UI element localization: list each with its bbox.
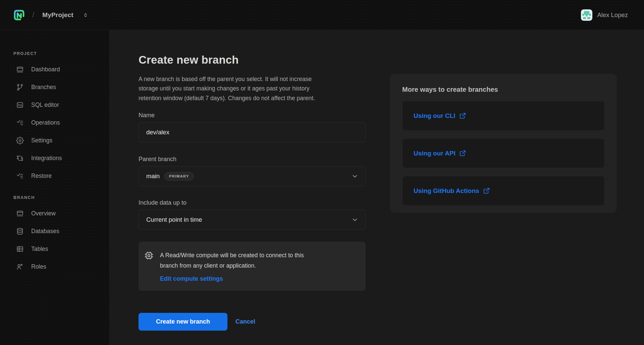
sidebar-item-settings[interactable]: Settings — [0, 132, 109, 149]
cli-card[interactable]: Using our CLI — [402, 101, 605, 131]
compute-notice: A Read/Write compute will be created to … — [139, 242, 366, 291]
cpu-icon — [144, 251, 154, 260]
name-field-label: Name — [139, 112, 366, 118]
edit-compute-settings-link[interactable]: Edit compute settings — [160, 275, 223, 282]
sidebar-section-project: PROJECT — [13, 51, 109, 56]
include-data-select[interactable]: Current point in time — [139, 210, 366, 230]
include-data-value: Current point in time — [146, 216, 202, 223]
external-link-icon — [459, 150, 466, 157]
cancel-link[interactable]: Cancel — [235, 318, 255, 325]
sidebar-item-dashboard[interactable]: Dashboard — [0, 61, 109, 78]
sidebar: PROJECT Dashboard Branches — [0, 30, 110, 345]
primary-badge: PRIMARY — [164, 172, 194, 181]
using-github-actions-link[interactable]: Using GitHub Actions — [414, 187, 490, 195]
more-ways-title: More ways to create branches — [402, 86, 605, 93]
sidebar-item-operations[interactable]: Operations — [0, 114, 109, 132]
create-branch-button[interactable]: Create new branch — [139, 313, 227, 331]
page-title: Create new branch — [139, 53, 366, 67]
sidebar-item-label: Roles — [31, 263, 46, 270]
github-actions-card[interactable]: Using GitHub Actions — [402, 176, 605, 206]
sidebar-item-databases[interactable]: Databases — [0, 222, 109, 240]
sidebar-item-label: SQL editor — [31, 101, 59, 109]
checklist-icon — [16, 172, 24, 180]
user-menu[interactable]: Alex Lopez — [581, 9, 628, 21]
sidebar-section-branch: BRANCH — [13, 195, 109, 200]
parent-branch-select[interactable]: main PRIMARY — [139, 166, 366, 186]
project-name[interactable]: MyProject — [42, 11, 73, 19]
sidebar-item-label: Dashboard — [31, 66, 60, 73]
external-link-icon — [459, 112, 466, 119]
external-link-icon — [483, 187, 490, 194]
sidebar-item-tables[interactable]: Tables — [0, 240, 109, 258]
more-ways-panel: More ways to create branches Using our C… — [390, 74, 617, 213]
sidebar-item-label: Integrations — [31, 155, 62, 162]
main-content: Create new branch A new branch is based … — [110, 30, 644, 345]
sync-icon — [16, 154, 24, 162]
chevron-down-icon — [351, 216, 359, 223]
checklist-icon — [16, 119, 24, 127]
window-icon — [16, 66, 24, 73]
sidebar-item-overview[interactable]: Overview — [0, 205, 109, 222]
include-data-label: Include data up to — [139, 200, 366, 206]
sidebar-item-label: Overview — [31, 210, 56, 217]
sidebar-item-restore[interactable]: Restore — [0, 167, 109, 185]
using-api-link[interactable]: Using our API — [414, 150, 466, 157]
terminal-icon — [16, 101, 24, 109]
sidebar-item-label: Operations — [31, 119, 60, 126]
table-icon — [16, 245, 24, 253]
users-icon — [16, 263, 24, 271]
sidebar-item-label: Settings — [31, 137, 52, 144]
neon-logo-icon[interactable] — [13, 9, 25, 21]
parent-branch-value: main — [146, 172, 160, 180]
avatar — [581, 9, 592, 21]
api-card[interactable]: Using our API — [402, 138, 605, 168]
sidebar-item-sql-editor[interactable]: SQL editor — [0, 96, 109, 114]
sidebar-item-label: Branches — [31, 84, 56, 91]
database-icon — [16, 227, 24, 235]
breadcrumb-separator: / — [32, 11, 34, 19]
window-icon — [16, 210, 24, 217]
chevron-down-icon — [351, 172, 359, 180]
topbar: / MyProject Alex Lopez — [0, 0, 644, 30]
branch-name-input[interactable] — [139, 122, 366, 142]
gear-icon — [16, 137, 24, 144]
project-switcher-chevrons-icon[interactable] — [82, 12, 89, 18]
user-name: Alex Lopez — [597, 11, 628, 19]
page-description: A new branch is based off the parent you… — [139, 74, 366, 103]
using-cli-link[interactable]: Using our CLI — [414, 112, 466, 120]
sidebar-item-label: Restore — [31, 172, 52, 180]
compute-notice-text: A Read/Write compute will be created to … — [160, 250, 304, 261]
sidebar-item-label: Tables — [31, 246, 48, 253]
sidebar-item-roles[interactable]: Roles — [0, 258, 109, 276]
form-actions: Create new branch Cancel — [139, 313, 366, 331]
parent-branch-label: Parent branch — [139, 156, 366, 162]
sidebar-item-branches[interactable]: Branches — [0, 78, 109, 96]
sidebar-item-label: Databases — [31, 228, 59, 235]
git-branch-icon — [16, 83, 24, 91]
sidebar-item-integrations[interactable]: Integrations — [0, 149, 109, 167]
